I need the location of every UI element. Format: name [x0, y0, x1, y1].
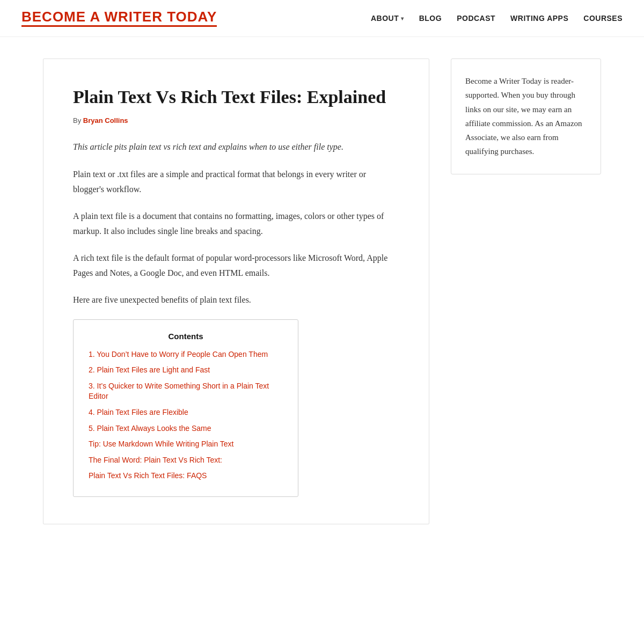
logo[interactable]: BECOME A WRITER TODAY — [21, 10, 217, 27]
article-para-2: A plain text file is a document that con… — [73, 209, 399, 239]
toc-link-6[interactable]: Tip: Use Markdown While Writing Plain Te… — [89, 440, 234, 448]
toc-link-3[interactable]: 3. It’s Quicker to Write Something Short… — [89, 382, 269, 401]
article-para-4: Here are five unexpected benefits of pla… — [73, 292, 399, 308]
table-of-contents: Contents 1. You Don’t Have to Worry if P… — [73, 319, 298, 497]
page-wrapper: Plain Text Vs Rich Text Files: Explained… — [27, 37, 617, 546]
logo-red-text: TODAY — [167, 9, 217, 25]
byline-prefix: By — [73, 116, 83, 125]
logo-underline — [21, 25, 217, 27]
article-intro: This article pits plain text vs rich tex… — [73, 140, 399, 154]
logo-black-text: BECOME A WRITER — [21, 9, 167, 25]
toc-item-8: Plain Text Vs Rich Text Files: FAQS — [89, 471, 283, 481]
author-link[interactable]: Bryan Collins — [83, 116, 128, 125]
nav-item-about[interactable]: ABOUT ▾ — [371, 14, 404, 23]
sidebar: Become a Writer Today is reader-supporte… — [451, 58, 601, 174]
nav-item-writing-apps[interactable]: WRITING APPS — [510, 14, 568, 23]
chevron-down-icon: ▾ — [401, 16, 404, 21]
toc-item-6: Tip: Use Markdown While Writing Plain Te… — [89, 439, 283, 450]
article-body: Plain text or .txt files are a simple an… — [73, 167, 399, 308]
nav-about-label: ABOUT — [371, 14, 399, 23]
toc-item-2: 2. Plain Text Files are Light and Fast — [89, 365, 283, 376]
site-header: BECOME A WRITER TODAY ABOUT ▾ BLOG PODCA… — [0, 0, 644, 37]
toc-title: Contents — [89, 332, 283, 341]
toc-item-4: 4. Plain Text Files are Flexible — [89, 407, 283, 418]
nav-item-courses[interactable]: COURSES — [583, 14, 623, 23]
article-para-3: A rich text file is the default format o… — [73, 251, 399, 281]
toc-item-3: 3. It’s Quicker to Write Something Short… — [89, 381, 283, 402]
toc-item-7: The Final Word: Plain Text Vs Rich Text: — [89, 455, 283, 466]
nav-item-blog[interactable]: BLOG — [419, 14, 442, 23]
toc-link-1[interactable]: 1. You Don’t Have to Worry if People Can… — [89, 350, 268, 358]
sidebar-affiliate-text: Become a Writer Today is reader-supporte… — [465, 74, 587, 159]
toc-link-5[interactable]: 5. Plain Text Always Looks the Same — [89, 424, 211, 433]
nav-item-podcast[interactable]: PODCAST — [457, 14, 495, 23]
toc-link-2[interactable]: 2. Plain Text Files are Light and Fast — [89, 365, 210, 374]
toc-item-5: 5. Plain Text Always Looks the Same — [89, 423, 283, 434]
sidebar-affiliate-box: Become a Writer Today is reader-supporte… — [451, 58, 601, 174]
toc-list: 1. You Don’t Have to Worry if People Can… — [89, 349, 283, 481]
article-para-1: Plain text or .txt files are a simple an… — [73, 167, 399, 197]
toc-item-1: 1. You Don’t Have to Worry if People Can… — [89, 349, 283, 360]
byline: By Bryan Collins — [73, 116, 399, 125]
main-nav: ABOUT ▾ BLOG PODCAST WRITING APPS COURSE… — [371, 14, 623, 23]
toc-link-8[interactable]: Plain Text Vs Rich Text Files: FAQS — [89, 471, 207, 480]
toc-link-7[interactable]: The Final Word: Plain Text Vs Rich Text: — [89, 456, 222, 464]
article-title: Plain Text Vs Rich Text Files: Explained — [73, 86, 399, 109]
main-content: Plain Text Vs Rich Text Files: Explained… — [43, 58, 429, 524]
toc-link-4[interactable]: 4. Plain Text Files are Flexible — [89, 408, 188, 416]
